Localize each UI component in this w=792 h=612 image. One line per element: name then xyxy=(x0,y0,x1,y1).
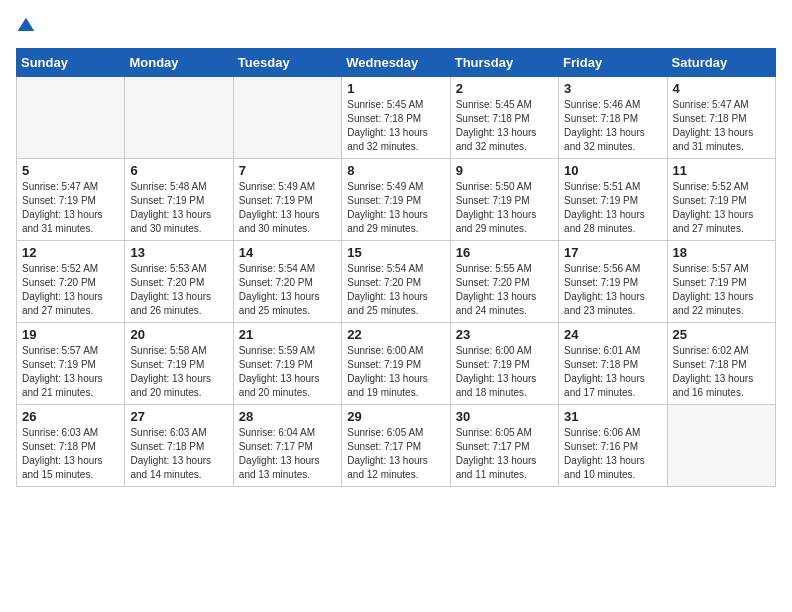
day-number: 23 xyxy=(456,327,553,342)
calendar-cell: 31Sunrise: 6:06 AMSunset: 7:16 PMDayligh… xyxy=(559,405,667,487)
header-thursday: Thursday xyxy=(450,49,558,77)
day-number: 25 xyxy=(673,327,770,342)
day-info: Sunrise: 6:06 AMSunset: 7:16 PMDaylight:… xyxy=(564,426,661,482)
header-tuesday: Tuesday xyxy=(233,49,341,77)
calendar-cell: 29Sunrise: 6:05 AMSunset: 7:17 PMDayligh… xyxy=(342,405,450,487)
page-header xyxy=(16,16,776,36)
calendar-cell: 15Sunrise: 5:54 AMSunset: 7:20 PMDayligh… xyxy=(342,241,450,323)
header-sunday: Sunday xyxy=(17,49,125,77)
header-monday: Monday xyxy=(125,49,233,77)
day-number: 31 xyxy=(564,409,661,424)
day-number: 4 xyxy=(673,81,770,96)
day-info: Sunrise: 5:52 AMSunset: 7:19 PMDaylight:… xyxy=(673,180,770,236)
calendar-week-5: 26Sunrise: 6:03 AMSunset: 7:18 PMDayligh… xyxy=(17,405,776,487)
calendar-cell: 30Sunrise: 6:05 AMSunset: 7:17 PMDayligh… xyxy=(450,405,558,487)
logo xyxy=(16,16,40,36)
calendar-cell: 11Sunrise: 5:52 AMSunset: 7:19 PMDayligh… xyxy=(667,159,775,241)
day-number: 2 xyxy=(456,81,553,96)
calendar-cell: 26Sunrise: 6:03 AMSunset: 7:18 PMDayligh… xyxy=(17,405,125,487)
day-number: 19 xyxy=(22,327,119,342)
day-number: 14 xyxy=(239,245,336,260)
day-info: Sunrise: 6:03 AMSunset: 7:18 PMDaylight:… xyxy=(22,426,119,482)
calendar-cell: 7Sunrise: 5:49 AMSunset: 7:19 PMDaylight… xyxy=(233,159,341,241)
day-info: Sunrise: 6:05 AMSunset: 7:17 PMDaylight:… xyxy=(347,426,444,482)
day-number: 17 xyxy=(564,245,661,260)
calendar-cell xyxy=(233,77,341,159)
calendar-cell: 6Sunrise: 5:48 AMSunset: 7:19 PMDaylight… xyxy=(125,159,233,241)
calendar-week-2: 5Sunrise: 5:47 AMSunset: 7:19 PMDaylight… xyxy=(17,159,776,241)
day-info: Sunrise: 5:47 AMSunset: 7:19 PMDaylight:… xyxy=(22,180,119,236)
day-number: 6 xyxy=(130,163,227,178)
calendar-cell: 25Sunrise: 6:02 AMSunset: 7:18 PMDayligh… xyxy=(667,323,775,405)
calendar-cell: 2Sunrise: 5:45 AMSunset: 7:18 PMDaylight… xyxy=(450,77,558,159)
day-number: 30 xyxy=(456,409,553,424)
day-info: Sunrise: 6:04 AMSunset: 7:17 PMDaylight:… xyxy=(239,426,336,482)
day-number: 9 xyxy=(456,163,553,178)
day-number: 5 xyxy=(22,163,119,178)
day-number: 28 xyxy=(239,409,336,424)
calendar-cell: 28Sunrise: 6:04 AMSunset: 7:17 PMDayligh… xyxy=(233,405,341,487)
calendar-cell xyxy=(17,77,125,159)
calendar-cell: 24Sunrise: 6:01 AMSunset: 7:18 PMDayligh… xyxy=(559,323,667,405)
calendar-cell xyxy=(125,77,233,159)
day-info: Sunrise: 6:00 AMSunset: 7:19 PMDaylight:… xyxy=(347,344,444,400)
calendar-week-3: 12Sunrise: 5:52 AMSunset: 7:20 PMDayligh… xyxy=(17,241,776,323)
day-number: 16 xyxy=(456,245,553,260)
calendar-cell: 9Sunrise: 5:50 AMSunset: 7:19 PMDaylight… xyxy=(450,159,558,241)
calendar-cell: 8Sunrise: 5:49 AMSunset: 7:19 PMDaylight… xyxy=(342,159,450,241)
calendar-cell: 21Sunrise: 5:59 AMSunset: 7:19 PMDayligh… xyxy=(233,323,341,405)
svg-marker-0 xyxy=(18,18,35,31)
day-number: 29 xyxy=(347,409,444,424)
calendar-cell: 13Sunrise: 5:53 AMSunset: 7:20 PMDayligh… xyxy=(125,241,233,323)
day-number: 27 xyxy=(130,409,227,424)
day-number: 8 xyxy=(347,163,444,178)
day-info: Sunrise: 5:52 AMSunset: 7:20 PMDaylight:… xyxy=(22,262,119,318)
day-info: Sunrise: 5:54 AMSunset: 7:20 PMDaylight:… xyxy=(347,262,444,318)
day-number: 18 xyxy=(673,245,770,260)
day-info: Sunrise: 5:45 AMSunset: 7:18 PMDaylight:… xyxy=(456,98,553,154)
day-info: Sunrise: 6:01 AMSunset: 7:18 PMDaylight:… xyxy=(564,344,661,400)
day-info: Sunrise: 5:55 AMSunset: 7:20 PMDaylight:… xyxy=(456,262,553,318)
calendar-table: SundayMondayTuesdayWednesdayThursdayFrid… xyxy=(16,48,776,487)
calendar-cell: 10Sunrise: 5:51 AMSunset: 7:19 PMDayligh… xyxy=(559,159,667,241)
day-info: Sunrise: 5:53 AMSunset: 7:20 PMDaylight:… xyxy=(130,262,227,318)
day-number: 26 xyxy=(22,409,119,424)
calendar-cell: 3Sunrise: 5:46 AMSunset: 7:18 PMDaylight… xyxy=(559,77,667,159)
day-info: Sunrise: 5:58 AMSunset: 7:19 PMDaylight:… xyxy=(130,344,227,400)
day-info: Sunrise: 5:49 AMSunset: 7:19 PMDaylight:… xyxy=(239,180,336,236)
day-info: Sunrise: 6:03 AMSunset: 7:18 PMDaylight:… xyxy=(130,426,227,482)
day-info: Sunrise: 5:45 AMSunset: 7:18 PMDaylight:… xyxy=(347,98,444,154)
day-info: Sunrise: 5:57 AMSunset: 7:19 PMDaylight:… xyxy=(22,344,119,400)
header-wednesday: Wednesday xyxy=(342,49,450,77)
calendar-header-row: SundayMondayTuesdayWednesdayThursdayFrid… xyxy=(17,49,776,77)
calendar-cell: 17Sunrise: 5:56 AMSunset: 7:19 PMDayligh… xyxy=(559,241,667,323)
calendar-cell: 23Sunrise: 6:00 AMSunset: 7:19 PMDayligh… xyxy=(450,323,558,405)
day-number: 13 xyxy=(130,245,227,260)
calendar-cell: 16Sunrise: 5:55 AMSunset: 7:20 PMDayligh… xyxy=(450,241,558,323)
calendar-cell: 19Sunrise: 5:57 AMSunset: 7:19 PMDayligh… xyxy=(17,323,125,405)
calendar-week-4: 19Sunrise: 5:57 AMSunset: 7:19 PMDayligh… xyxy=(17,323,776,405)
day-info: Sunrise: 5:57 AMSunset: 7:19 PMDaylight:… xyxy=(673,262,770,318)
logo-icon xyxy=(16,16,36,36)
day-info: Sunrise: 5:54 AMSunset: 7:20 PMDaylight:… xyxy=(239,262,336,318)
calendar-cell: 14Sunrise: 5:54 AMSunset: 7:20 PMDayligh… xyxy=(233,241,341,323)
calendar-cell: 12Sunrise: 5:52 AMSunset: 7:20 PMDayligh… xyxy=(17,241,125,323)
day-number: 24 xyxy=(564,327,661,342)
day-number: 12 xyxy=(22,245,119,260)
day-info: Sunrise: 6:02 AMSunset: 7:18 PMDaylight:… xyxy=(673,344,770,400)
calendar-week-1: 1Sunrise: 5:45 AMSunset: 7:18 PMDaylight… xyxy=(17,77,776,159)
calendar-cell: 4Sunrise: 5:47 AMSunset: 7:18 PMDaylight… xyxy=(667,77,775,159)
day-info: Sunrise: 5:51 AMSunset: 7:19 PMDaylight:… xyxy=(564,180,661,236)
header-saturday: Saturday xyxy=(667,49,775,77)
day-number: 7 xyxy=(239,163,336,178)
calendar-cell xyxy=(667,405,775,487)
day-number: 10 xyxy=(564,163,661,178)
day-number: 11 xyxy=(673,163,770,178)
day-number: 22 xyxy=(347,327,444,342)
header-friday: Friday xyxy=(559,49,667,77)
day-info: Sunrise: 6:00 AMSunset: 7:19 PMDaylight:… xyxy=(456,344,553,400)
day-number: 1 xyxy=(347,81,444,96)
calendar-cell: 1Sunrise: 5:45 AMSunset: 7:18 PMDaylight… xyxy=(342,77,450,159)
day-info: Sunrise: 5:49 AMSunset: 7:19 PMDaylight:… xyxy=(347,180,444,236)
day-info: Sunrise: 5:50 AMSunset: 7:19 PMDaylight:… xyxy=(456,180,553,236)
